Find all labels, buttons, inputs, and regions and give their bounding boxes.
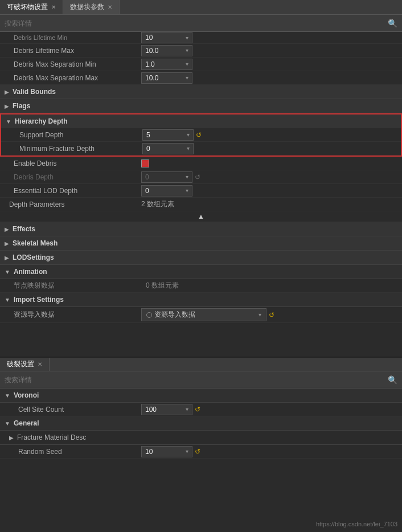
section-import-settings[interactable]: ▼ Import Settings: [0, 293, 402, 307]
effects-label: Effects: [13, 225, 35, 233]
valid-bounds-arrow-icon: ▶: [5, 89, 9, 95]
input-debris-lifetime-min[interactable]: 10 ▾: [141, 32, 192, 43]
tab-data-params[interactable]: 数据块参数 ✕: [63, 0, 120, 14]
section-voronoi[interactable]: ▼ Voronoi: [0, 388, 402, 403]
reset-support-depth-icon[interactable]: ↺: [196, 131, 202, 139]
hierarchy-depth-content: Support Depth 5 ▾ ↺ Minimum Fracture Dep…: [1, 128, 401, 155]
input-essential-lod[interactable]: 0 ▾: [141, 185, 192, 197]
valid-bounds-label: Valid Bounds: [13, 88, 56, 96]
tab-label-2: 数据块参数: [70, 2, 104, 12]
collapse-up-icon: ▲: [198, 212, 204, 220]
import-arrow-icon: ▼: [5, 297, 10, 303]
prop-row-essential-lod: Essential LOD Depth 0 ▾: [0, 184, 402, 198]
input-arrow-icon-10: ▾: [186, 448, 188, 455]
label-cell-site-count: Cell Site Count: [5, 406, 141, 414]
close-fracture-tab-icon[interactable]: ✕: [38, 361, 42, 367]
search-input-1[interactable]: [5, 19, 388, 27]
close-tab-1-icon[interactable]: ✕: [51, 4, 56, 10]
input-random-seed[interactable]: 10 ▾: [141, 446, 192, 457]
dropdown-label: 资源导入数据: [154, 310, 195, 320]
value-debris-lifetime-max: 10.0 ▾: [141, 45, 397, 56]
reset-cell-count-icon[interactable]: ↺: [195, 406, 200, 414]
import-label: Import Settings: [14, 296, 64, 304]
label-debris-sep-max: Debris Max Separation Max: [5, 74, 141, 82]
lod-arrow-icon: ▶: [5, 255, 9, 261]
section-general[interactable]: ▼ General: [0, 416, 402, 431]
label-depth-params: Depth Parameters: [5, 200, 141, 208]
fracture-material-arrow-icon: ▶: [9, 435, 14, 441]
flags-label: Flags: [13, 102, 30, 110]
input-arrow-icon-4: ▾: [186, 75, 188, 81]
close-tab-2-icon[interactable]: ✕: [108, 4, 112, 10]
section-flags[interactable]: ▶ Flags: [0, 99, 402, 113]
value-random-seed: 10 ▾ ↺: [141, 446, 397, 457]
tab-label-1: 可破坏物设置: [7, 2, 48, 12]
reset-random-seed-icon[interactable]: ↺: [195, 448, 200, 456]
search-icon-1: 🔍: [388, 19, 397, 28]
prop-row-random-seed: Random Seed 10 ▾ ↺: [0, 445, 402, 459]
value-debris-sep-min: 1.0 ▾: [141, 59, 397, 70]
collapse-arrow-row[interactable]: ▲: [0, 211, 402, 222]
panel2-tab-bar: 破裂设置 ✕: [0, 357, 402, 371]
reset-import-icon[interactable]: ↺: [269, 311, 274, 319]
label-debris-depth: Debris Depth: [5, 173, 141, 181]
search-bar-1: 🔍: [0, 15, 402, 32]
input-debris-depth: 0 ▾: [141, 171, 192, 183]
prop-row-import-data: 资源导入数据 资源导入数据 ▾ ↺: [0, 307, 402, 323]
value-essential-lod: 0 ▾: [141, 185, 397, 197]
prop-row-support-depth: Support Depth 5 ▾ ↺: [1, 128, 401, 142]
label-essential-lod: Essential LOD Depth: [5, 187, 141, 195]
label-enable-debris: Enable Debris: [5, 159, 141, 167]
input-cell-site-count[interactable]: 100 ▾: [141, 404, 192, 415]
skeletal-label: Skeletal Mesh: [13, 239, 58, 247]
effects-arrow-icon: ▶: [5, 226, 9, 232]
section-effects[interactable]: ▶ Effects: [0, 222, 402, 236]
hierarchy-depth-header[interactable]: ▼ Hierarchy Depth: [1, 114, 401, 128]
section-animation[interactable]: ▼ Animation: [0, 265, 402, 279]
search-icon-2: 🔍: [388, 375, 397, 384]
search-input-2[interactable]: [5, 376, 388, 384]
label-debris-lifetime-min: Debris Lifetime Min: [5, 34, 141, 41]
input-arrow-icon-9: ▾: [186, 406, 188, 412]
prop-row-debris-sep-max: Debris Max Separation Max 10.0 ▾: [0, 71, 402, 85]
section-valid-bounds[interactable]: ▶ Valid Bounds: [0, 85, 402, 99]
tab-fracture-settings[interactable]: 破裂设置 ✕: [0, 358, 50, 371]
section-lod-settings[interactable]: ▶ LODSettings: [0, 251, 402, 265]
prop-row-cell-site-count: Cell Site Count 100 ▾ ↺: [0, 403, 402, 416]
input-min-fracture-depth[interactable]: 0 ▾: [142, 143, 194, 154]
hierarchy-label: Hierarchy Depth: [15, 117, 68, 125]
enable-debris-toggle[interactable]: [141, 159, 149, 167]
fracture-material-label: Fracture Material Desc: [17, 433, 86, 441]
input-support-depth[interactable]: 5 ▾: [142, 129, 194, 141]
prop-row-enable-debris: Enable Debris: [0, 157, 402, 170]
animation-label: Animation: [14, 268, 47, 276]
prop-row-debris-lifetime-min: Debris Lifetime Min 10 ▾: [0, 32, 402, 44]
tab-destructible-settings[interactable]: 可破坏物设置 ✕: [0, 0, 63, 14]
input-debris-sep-min[interactable]: 1.0 ▾: [141, 59, 192, 70]
tab-bar: 可破坏物设置 ✕ 数据块参数 ✕: [0, 0, 402, 15]
value-support-depth: 5 ▾ ↺: [142, 129, 396, 141]
tab-fracture-label: 破裂设置: [7, 359, 34, 369]
prop-row-animation-data: 节点映射数据 0 数组元素: [0, 279, 402, 293]
flags-arrow-icon: ▶: [5, 103, 9, 109]
watermark: https://blog.csdn.net/lei_7103: [316, 521, 397, 527]
input-debris-sep-max[interactable]: 10.0 ▾: [141, 72, 192, 84]
input-debris-lifetime-max[interactable]: 10.0 ▾: [141, 45, 192, 56]
section-fracture-material[interactable]: ▶ Fracture Material Desc: [0, 431, 402, 445]
dropdown-arrow-icon: ▾: [259, 312, 261, 318]
import-dropdown[interactable]: 资源导入数据 ▾: [141, 308, 266, 321]
value-node-map: 0 数组元素: [141, 281, 397, 290]
input-arrow-icon-7: ▾: [186, 174, 188, 180]
value-import-data: 资源导入数据 ▾ ↺: [141, 308, 397, 321]
section-skeletal-mesh[interactable]: ▶ Skeletal Mesh: [0, 236, 402, 251]
label-support-depth: Support Depth: [6, 131, 142, 139]
prop-row-debris-depth: Debris Depth 0 ▾ ↺: [0, 170, 402, 184]
value-depth-params: 2 数组元素: [141, 199, 397, 209]
value-cell-site-count: 100 ▾ ↺: [141, 404, 397, 415]
label-debris-sep-min: Debris Max Separation Min: [5, 60, 141, 68]
prop-row-debris-lifetime-max: Debris Lifetime Max 10.0 ▾: [0, 44, 402, 58]
label-random-seed: Random Seed: [5, 448, 141, 456]
value-debris-lifetime-min: 10 ▾: [141, 32, 397, 43]
general-arrow-icon: ▼: [5, 420, 10, 427]
prop-row-min-fracture-depth: Minimum Fracture Depth 0 ▾: [1, 142, 401, 155]
